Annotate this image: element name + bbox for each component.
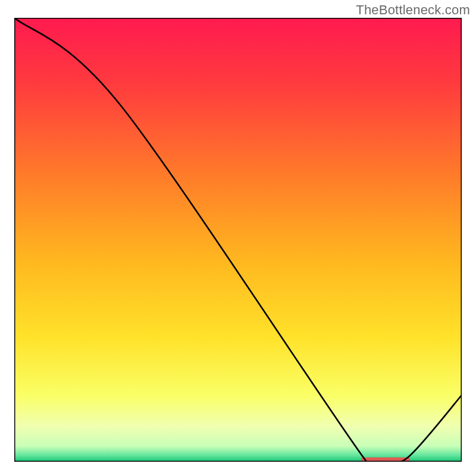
watermark-text: TheBottleneck.com [356, 2, 470, 18]
chart-frame: TheBottleneck.com [0, 0, 476, 476]
chart-svg [14, 18, 462, 462]
chart-background-gradient [14, 18, 462, 462]
chart-plot-area [14, 18, 462, 462]
